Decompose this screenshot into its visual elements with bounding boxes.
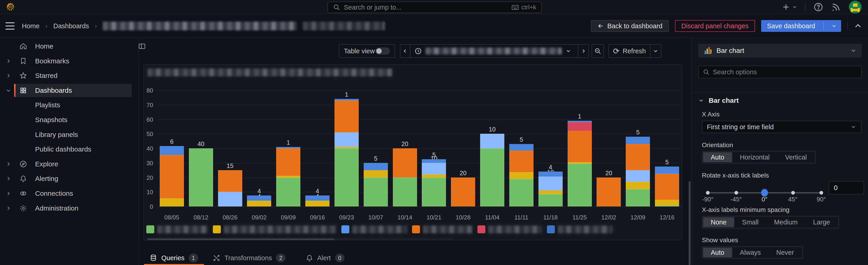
legend-series-swatch[interactable] [477, 225, 486, 233]
user-avatar[interactable] [849, 1, 862, 13]
sidebar-item-public-dashboards[interactable]: Public dashboards [14, 143, 132, 156]
time-range-forward-button[interactable] [578, 45, 588, 58]
save-options-caret[interactable] [827, 23, 841, 29]
spacing-option-small[interactable]: Small [734, 217, 766, 227]
legend-series-swatch[interactable] [412, 225, 420, 233]
sidebar-item-snapshots[interactable]: Snapshots [14, 113, 132, 127]
bar-segment [626, 144, 650, 170]
sidebar-item-alerting[interactable]: Alerting [14, 172, 132, 185]
discard-panel-changes-button[interactable]: Discard panel changes [675, 20, 755, 32]
add-new-button[interactable] [781, 2, 797, 12]
slider-tick-dot[interactable] [706, 191, 710, 195]
y-axis-tick-label: 80 [144, 87, 153, 94]
search-placeholder: Search or jump to... [344, 4, 508, 11]
y-axis-tick-label: 40 [144, 145, 153, 152]
zoom-out-button[interactable] [592, 44, 604, 58]
show-values-options: AutoAlwaysNever [702, 246, 803, 259]
breadcrumb-separator: › [95, 23, 97, 30]
legend-series-label-redacted[interactable] [488, 226, 542, 233]
legend-series-label-redacted[interactable] [352, 226, 407, 233]
breadcrumb-home[interactable]: Home [22, 22, 39, 30]
bar-segment [538, 194, 563, 206]
save-dashboard-button[interactable]: Save dashboard [761, 20, 841, 32]
legend-series-label-redacted[interactable] [224, 226, 336, 233]
options-search-input[interactable]: Search options [698, 66, 862, 78]
legend-series-swatch[interactable] [341, 225, 349, 233]
rotate-labels-field-label: Rotate x-axis tick labels [702, 172, 769, 179]
collapse-toolbar-icon[interactable] [854, 22, 862, 30]
bar-segment [568, 131, 592, 162]
rotate-labels-slider[interactable] [708, 192, 821, 194]
spacing-option-large[interactable]: Large [805, 217, 838, 227]
sidebar-item-connections[interactable]: Connections [14, 187, 132, 200]
bar-segment [538, 176, 563, 191]
tab-transformations[interactable]: Transformations2 [213, 252, 285, 264]
chevron-down-icon [698, 98, 704, 103]
x-axis-baseline [157, 206, 682, 207]
chevron-right-icon[interactable] [5, 205, 12, 211]
time-range-back-button[interactable] [400, 45, 410, 58]
chevron-down-icon[interactable] [5, 88, 12, 93]
slider-tick-dot[interactable] [791, 191, 795, 195]
orientation-option-auto[interactable]: Auto [703, 152, 732, 162]
slider-handle[interactable] [761, 189, 768, 197]
global-search-input[interactable]: Search or jump to... ctrl+k [328, 2, 542, 13]
slider-tick-dot[interactable] [735, 191, 738, 195]
spacing-option-medium[interactable]: Medium [766, 217, 805, 227]
rotate-labels-value-input[interactable]: 0 [829, 181, 864, 194]
bar-value-label: 5 [357, 155, 395, 162]
sidebar-item-library-panels[interactable]: Library panels [14, 128, 132, 141]
visualization-picker[interactable]: Bar chart [698, 44, 862, 58]
sidebar-item-home[interactable]: Home [14, 40, 132, 53]
chevron-right-icon[interactable] [5, 73, 12, 78]
legend-scrollbar-thumb[interactable] [147, 238, 334, 240]
orientation-option-horizontal[interactable]: Horizontal [732, 152, 778, 162]
show-values-option-never[interactable]: Never [769, 247, 802, 258]
back-to-dashboard-button[interactable]: Back to dashboard [591, 20, 669, 32]
chevron-right-icon[interactable] [5, 176, 12, 181]
sidebar-item-playlists[interactable]: Playlists [14, 98, 132, 112]
sidebar-item-explore[interactable]: Explore [14, 158, 132, 171]
legend-series-label-redacted[interactable] [423, 226, 472, 233]
bar-value-label: 5 [648, 159, 686, 166]
grafana-logo[interactable] [5, 2, 16, 12]
refresh-button[interactable]: ⟳ Refresh [609, 45, 650, 58]
time-range-redacted-text [426, 47, 562, 55]
legend-series-swatch[interactable] [213, 225, 221, 233]
refresh-interval-caret[interactable] [650, 45, 661, 58]
sidebar-item-administration[interactable]: Administration [14, 202, 132, 215]
show-values-option-always[interactable]: Always [732, 247, 769, 258]
breadcrumb-redacted-dashboard-name[interactable] [103, 22, 297, 30]
legend-series-label-redacted[interactable] [558, 226, 613, 233]
sidebar-item-bookmarks[interactable]: Bookmarks [14, 55, 132, 68]
sidebar-item-label: Dashboards [35, 87, 72, 94]
tab-alert[interactable]: Alert0 [306, 252, 345, 264]
sidebar-item-starred[interactable]: Starred [14, 69, 132, 82]
sidebar-item-dashboards[interactable]: Dashboards [14, 84, 132, 97]
spacing-option-none[interactable]: None [703, 217, 734, 227]
slider-tick-dot[interactable] [819, 191, 823, 195]
bar-chart-section-header[interactable]: Bar chart [698, 97, 739, 104]
help-icon[interactable] [813, 2, 823, 12]
slider-tick-label: -45° [725, 196, 748, 203]
legend-series-swatch[interactable] [146, 225, 154, 233]
options-search-placeholder: Search options [713, 68, 757, 76]
breadcrumb-dashboards[interactable]: Dashboards [53, 22, 89, 30]
chevron-right-icon[interactable] [5, 58, 12, 64]
options-scrollbar[interactable] [689, 181, 690, 265]
legend-series-swatch[interactable] [547, 225, 555, 233]
legend-series-label-redacted[interactable] [157, 226, 208, 233]
menu-toggle-icon[interactable] [5, 22, 14, 31]
chevron-right-icon[interactable] [5, 161, 12, 167]
bar-chart-viz-icon [703, 46, 712, 55]
legend-scrollbar[interactable] [147, 238, 453, 240]
orientation-option-vertical[interactable]: Vertical [777, 152, 814, 162]
divider [847, 22, 848, 30]
news-rss-icon[interactable] [831, 2, 841, 12]
show-values-option-auto[interactable]: Auto [703, 247, 732, 258]
tab-queries[interactable]: Queries1 [150, 252, 198, 264]
x-axis-field-select[interactable]: First string or time field [702, 121, 861, 133]
time-range-button[interactable] [410, 45, 578, 58]
chevron-right-icon[interactable] [5, 191, 12, 196]
table-view-toggle[interactable] [375, 47, 390, 55]
